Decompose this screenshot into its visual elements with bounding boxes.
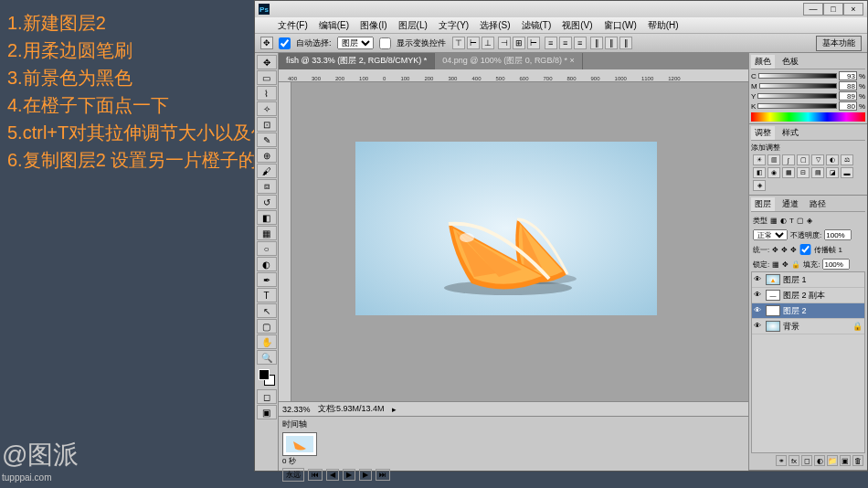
threshold-icon[interactable]: ◪ bbox=[826, 167, 839, 178]
tab-styles[interactable]: 样式 bbox=[778, 126, 802, 140]
move-tool-icon[interactable]: ✥ bbox=[260, 37, 273, 49]
c-value[interactable] bbox=[839, 71, 857, 80]
tab-paths[interactable]: 路径 bbox=[806, 197, 830, 211]
m-value[interactable] bbox=[839, 81, 857, 90]
minimize-button[interactable]: — bbox=[803, 3, 823, 16]
showcontrols-checkbox[interactable] bbox=[379, 37, 391, 49]
prev-frame-icon[interactable]: ◀ bbox=[326, 469, 339, 481]
visibility-icon[interactable]: 👁 bbox=[754, 322, 763, 331]
colorbalance-icon[interactable]: ⚖ bbox=[841, 154, 853, 165]
dodge-tool[interactable]: ◐ bbox=[257, 257, 277, 271]
brush-tool[interactable]: 🖌 bbox=[257, 164, 277, 178]
doc-tab-1[interactable]: fish @ 33.3% (图层 2, RGB/8/CMYK) * bbox=[279, 53, 435, 69]
screenmode-tool[interactable]: ▣ bbox=[257, 405, 277, 419]
align-left-icon[interactable]: ⊣ bbox=[498, 37, 511, 49]
filter-type-icon[interactable]: T bbox=[789, 217, 794, 225]
tab-channels[interactable]: 通道 bbox=[778, 197, 802, 211]
play-icon[interactable]: ▶ bbox=[343, 469, 355, 481]
first-frame-icon[interactable]: ⏮ bbox=[308, 469, 323, 481]
distribute-top-icon[interactable]: ≡ bbox=[545, 37, 557, 49]
path-tool[interactable]: ↖ bbox=[257, 303, 277, 318]
trash-icon[interactable]: 🗑 bbox=[852, 455, 863, 466]
lock-pos-icon[interactable]: ✥ bbox=[782, 260, 789, 269]
filter-shape-icon[interactable]: ▢ bbox=[797, 217, 804, 225]
move-tool[interactable]: ✥ bbox=[257, 55, 277, 69]
distribute-right-icon[interactable]: ‖ bbox=[619, 37, 632, 49]
tab-color[interactable]: 颜色 bbox=[751, 55, 775, 69]
stamp-tool[interactable]: ⧈ bbox=[257, 179, 277, 194]
bw-icon[interactable]: ◧ bbox=[753, 167, 766, 178]
layer-row-4[interactable]: 👁背景🔒 bbox=[752, 319, 864, 334]
link-icon[interactable]: ⚭ bbox=[776, 455, 787, 466]
shape-tool[interactable]: ▢ bbox=[257, 319, 277, 334]
fx-icon[interactable]: fx bbox=[789, 455, 799, 466]
menu-select[interactable]: 选择(S) bbox=[475, 18, 514, 33]
lock-all-icon[interactable]: 🔒 bbox=[791, 260, 800, 269]
color-spectrum[interactable] bbox=[751, 112, 865, 122]
lock-pixels-icon[interactable]: ▦ bbox=[772, 260, 779, 269]
menu-file[interactable]: 文件(F) bbox=[273, 18, 312, 33]
y-slider[interactable] bbox=[757, 93, 837, 99]
wand-tool[interactable]: ✧ bbox=[257, 101, 277, 116]
marquee-tool[interactable]: ▭ bbox=[257, 70, 277, 85]
tab-adjust[interactable]: 调整 bbox=[751, 126, 775, 140]
eraser-tool[interactable]: ◧ bbox=[257, 210, 277, 225]
workspace-essentials[interactable]: 基本功能 bbox=[816, 36, 862, 51]
visibility-icon[interactable]: 👁 bbox=[754, 275, 763, 284]
history-brush-tool[interactable]: ↺ bbox=[257, 195, 277, 209]
gradientmap-icon[interactable]: ▬ bbox=[841, 167, 853, 178]
visibility-icon[interactable]: 👁 bbox=[754, 291, 763, 300]
photofilter-icon[interactable]: ◉ bbox=[767, 167, 780, 178]
menu-window[interactable]: 窗口(W) bbox=[599, 18, 641, 33]
zoom-tool[interactable]: 🔍 bbox=[257, 350, 277, 365]
posterize-icon[interactable]: ▤ bbox=[811, 167, 824, 178]
menu-layer[interactable]: 图层(L) bbox=[394, 18, 432, 33]
vibrance-icon[interactable]: ▽ bbox=[811, 154, 824, 165]
status-arrow-icon[interactable]: ▸ bbox=[392, 405, 397, 414]
y-value[interactable] bbox=[839, 91, 857, 101]
hand-tool[interactable]: ✋ bbox=[257, 334, 277, 349]
doc-tab-2[interactable]: 04.png @ 100% (图层 0, RGB/8) * × bbox=[435, 53, 582, 69]
layer-row-2[interactable]: 👁—图层 2 副本 bbox=[752, 288, 864, 303]
pen-tool[interactable]: ✒ bbox=[257, 272, 277, 287]
close-button[interactable]: × bbox=[843, 3, 863, 16]
tab-layers[interactable]: 图层 bbox=[751, 197, 775, 211]
autoselect-checkbox[interactable] bbox=[279, 37, 291, 49]
align-right-icon[interactable]: ⊢ bbox=[527, 37, 540, 49]
distribute-h-icon[interactable]: ‖ bbox=[605, 37, 618, 49]
k-slider[interactable] bbox=[757, 103, 837, 109]
fill-value[interactable] bbox=[822, 259, 850, 270]
levels-icon[interactable]: ▥ bbox=[767, 154, 780, 165]
menu-type[interactable]: 文字(Y) bbox=[434, 18, 473, 33]
m-slider[interactable] bbox=[759, 83, 837, 89]
align-hcenter-icon[interactable]: ⊞ bbox=[513, 37, 525, 49]
timeline-frame[interactable] bbox=[282, 432, 317, 456]
maximize-button[interactable]: □ bbox=[823, 3, 843, 16]
gradient-tool[interactable]: ▦ bbox=[257, 226, 277, 240]
blend-mode[interactable]: 正常 bbox=[753, 229, 788, 240]
adjustment-icon[interactable]: ◐ bbox=[814, 455, 825, 466]
layer-row-1[interactable]: 👁▲图层 1 bbox=[752, 272, 864, 288]
invert-icon[interactable]: ⊟ bbox=[797, 167, 810, 178]
crop-tool[interactable]: ⊡ bbox=[257, 117, 277, 132]
brightness-icon[interactable]: ☀ bbox=[753, 154, 766, 165]
color-swatches[interactable] bbox=[259, 369, 275, 386]
align-vcenter-icon[interactable]: ⊢ bbox=[467, 37, 480, 49]
c-slider[interactable] bbox=[758, 73, 837, 79]
filter-pixel-icon[interactable]: ▦ bbox=[770, 217, 778, 225]
tab-swatches[interactable]: 色板 bbox=[778, 55, 802, 69]
lasso-tool[interactable]: ⌇ bbox=[257, 86, 277, 101]
menu-help[interactable]: 帮助(H) bbox=[643, 18, 683, 33]
align-top-icon[interactable]: ⊤ bbox=[452, 37, 465, 49]
channelmixer-icon[interactable]: ▦ bbox=[782, 167, 795, 178]
foreground-color[interactable] bbox=[259, 369, 270, 380]
loop-button[interactable]: 永远 bbox=[282, 468, 304, 482]
menu-image[interactable]: 图像(I) bbox=[355, 18, 391, 33]
next-frame-icon[interactable]: ▶ bbox=[359, 469, 372, 481]
menu-edit[interactable]: 编辑(E) bbox=[314, 18, 354, 33]
distribute-bottom-icon[interactable]: ≡ bbox=[574, 37, 587, 49]
mask-icon[interactable]: ◻ bbox=[801, 455, 812, 466]
filter-smart-icon[interactable]: ◈ bbox=[807, 217, 812, 225]
healing-tool[interactable]: ⊕ bbox=[257, 148, 277, 163]
last-frame-icon[interactable]: ⏭ bbox=[376, 469, 390, 481]
